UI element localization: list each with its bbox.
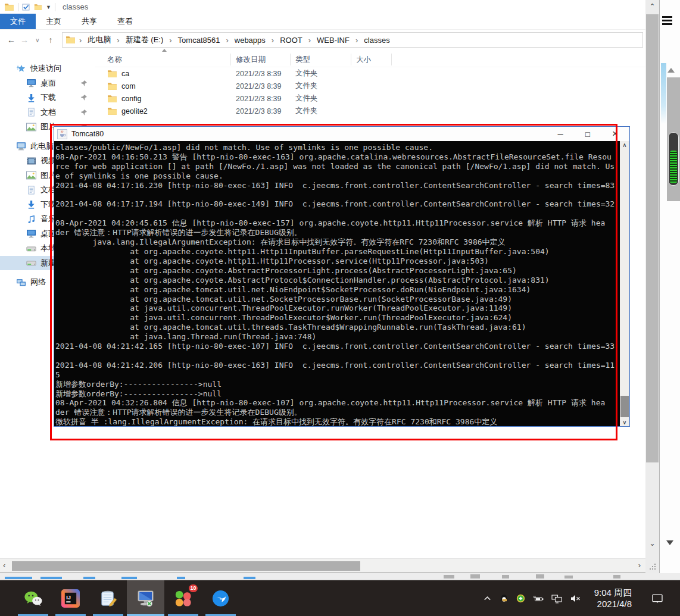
sidebar-section-quick-access[interactable]: 快速访问: [0, 61, 95, 76]
notification-badge: 10: [189, 584, 198, 592]
music-icon: [26, 215, 36, 224]
panel-scrollbar-thumb[interactable]: [668, 132, 679, 186]
forward-button[interactable]: →: [18, 33, 31, 46]
remote-tray-ghost: [536, 574, 544, 579]
vertical-scrollbar-thumb[interactable]: [646, 14, 659, 462]
taskbar-app-notepad[interactable]: [89, 580, 127, 616]
download-icon: [26, 200, 36, 209]
taskbar-clock[interactable]: 9:04 周四 2021/4/8: [594, 587, 632, 609]
maximize-button[interactable]: □: [583, 130, 592, 139]
scroll-right-icon[interactable]: ›: [638, 561, 641, 570]
picture-icon: [26, 123, 36, 132]
check-properties-icon[interactable]: [22, 4, 30, 11]
taskbar: IJ10 9:04 周四 2021/4/8: [0, 580, 680, 616]
tomcat-console-window: Tomcat80 ─ □ × classes/public/NewFo/1.as…: [54, 126, 630, 427]
divider: [18, 3, 18, 11]
minimize-button[interactable]: ─: [556, 130, 565, 139]
column-header[interactable]: 名称: [95, 54, 231, 65]
close-button[interactable]: ×: [610, 129, 620, 139]
explorer-titlebar[interactable]: ▼ classes: [0, 0, 645, 14]
chevron-up-icon[interactable]: [483, 594, 492, 603]
panel-scroll-up-icon[interactable]: [667, 68, 675, 73]
sidebar-item[interactable]: 文档: [0, 105, 95, 120]
file-row[interactable]: geolite22021/2/3 8:39文件夹: [95, 105, 645, 117]
console-scrollbar[interactable]: ∧ ∨: [620, 141, 629, 426]
folder-icon: [107, 82, 117, 90]
column-header[interactable]: 类型: [291, 54, 351, 65]
breadcrumb: ›此电脑›新建卷 (E:)›Tomcat8561›webapps›ROOT›WE…: [76, 35, 392, 45]
sidebar-item[interactable]: 桌面: [0, 76, 95, 91]
battery-icon[interactable]: [533, 593, 544, 604]
column-header[interactable]: 大小: [351, 54, 392, 65]
scroll-down-icon[interactable]: ⌄: [645, 539, 659, 548]
breadcrumb-separator-icon: ›: [268, 36, 277, 45]
recent-locations-caret-icon[interactable]: ∨: [31, 33, 44, 46]
console-titlebar[interactable]: Tomcat80 ─ □ ×: [54, 127, 629, 141]
column-header[interactable]: 修改日期: [231, 54, 291, 65]
console-output[interactable]: classes/public/NewFo/1.asp] did not matc…: [54, 141, 620, 426]
computer-icon: [16, 142, 26, 151]
ribbon-tab[interactable]: 共享: [71, 14, 107, 29]
scroll-up-icon[interactable]: ⌃: [645, 2, 659, 11]
projector-icon[interactable]: [551, 593, 562, 604]
console-title: Tomcat80: [71, 130, 104, 138]
screen: ▼ classes 文件主页共享查看 ← → ∨ ↑ ›此电脑›新建卷 (E:)…: [0, 0, 680, 616]
console-scroll-down-icon[interactable]: ∨: [620, 419, 629, 426]
folder-icon: [107, 95, 117, 103]
column-headers: 名称修改日期类型大小: [95, 52, 645, 67]
taskbar-app-pinwheel-app[interactable]: 10: [164, 580, 202, 616]
folder-icon: [107, 70, 117, 78]
file-row[interactable]: com2021/2/3 8:39文件夹: [95, 80, 645, 92]
remote-taskbar-ghost: [244, 577, 255, 579]
breadcrumb-item[interactable]: 此电脑: [85, 35, 113, 45]
breadcrumb-item[interactable]: webapps: [232, 36, 268, 45]
ribbon-tab[interactable]: 主页: [36, 14, 71, 29]
breadcrumb-separator-icon: ›: [166, 36, 175, 45]
breadcrumb-item[interactable]: ROOT: [277, 36, 305, 45]
file-row[interactable]: config2021/2/3 8:39文件夹: [95, 92, 645, 105]
folder-icon: [107, 107, 117, 115]
horizontal-scrollbar-thumb[interactable]: [12, 561, 360, 571]
disk-icon: [26, 244, 36, 253]
clock-time: 9:04 周四: [594, 587, 632, 598]
ribbon-tab[interactable]: 查看: [107, 14, 143, 29]
sidebar-item[interactable]: 下载: [0, 90, 95, 105]
remote-taskbar-ghost: [5, 577, 32, 579]
pin-icon: [80, 94, 88, 101]
desktop-icon: [26, 79, 36, 87]
breadcrumb-item[interactable]: Tomcat8561: [176, 36, 223, 45]
qq-icon[interactable]: [500, 594, 509, 603]
breadcrumb-item[interactable]: classes: [361, 36, 392, 45]
star-icon: [16, 64, 26, 73]
intellij-icon: IJ: [61, 589, 80, 608]
panel-scroll-down-icon[interactable]: [666, 540, 673, 545]
address-bar[interactable]: ›此电脑›新建卷 (E:)›Tomcat8561›webapps›ROOT›WE…: [62, 32, 643, 48]
breadcrumb-item[interactable]: WEB-INF: [314, 36, 352, 45]
taskbar-app-wechat[interactable]: [14, 580, 52, 616]
panel-scrollbar[interactable]: [667, 77, 680, 201]
up-button[interactable]: ↑: [44, 33, 57, 46]
file-row[interactable]: ca2021/2/3 8:39文件夹: [95, 67, 645, 80]
horizontal-scrollbar[interactable]: ‹ ›: [0, 558, 645, 573]
new-folder-icon[interactable]: [34, 4, 42, 11]
back-button[interactable]: ←: [5, 33, 18, 46]
system-tray: 9:04 周四 2021/4/8: [483, 587, 680, 609]
speaker-muted-icon[interactable]: [570, 593, 581, 604]
remote-tray-ghost: [444, 575, 454, 579]
breadcrumb-separator-icon: ›: [76, 36, 85, 45]
qat-customize-caret-icon[interactable]: ▼: [46, 4, 51, 10]
taskbar-app-intellij-idea[interactable]: IJ: [52, 580, 89, 616]
resize-grip[interactable]: [654, 568, 656, 570]
console-log: classes/public/NewFo/1.asp] did not matc…: [54, 141, 620, 426]
console-scroll-up-icon[interactable]: ∧: [620, 142, 629, 148]
antivirus-icon[interactable]: [516, 594, 525, 603]
menu-icon[interactable]: [662, 16, 672, 25]
action-center-icon[interactable]: [651, 593, 663, 604]
vertical-scrollbar[interactable]: ⌃ ⌄: [645, 0, 659, 573]
console-scrollbar-thumb[interactable]: [620, 396, 629, 417]
ribbon-tab[interactable]: 文件: [0, 14, 36, 29]
breadcrumb-item[interactable]: 新建卷 (E:): [123, 35, 166, 45]
taskbar-app-dingtalk[interactable]: [202, 580, 239, 616]
scroll-left-icon[interactable]: ‹: [3, 561, 5, 570]
taskbar-app-remote-desktop[interactable]: [127, 580, 164, 616]
